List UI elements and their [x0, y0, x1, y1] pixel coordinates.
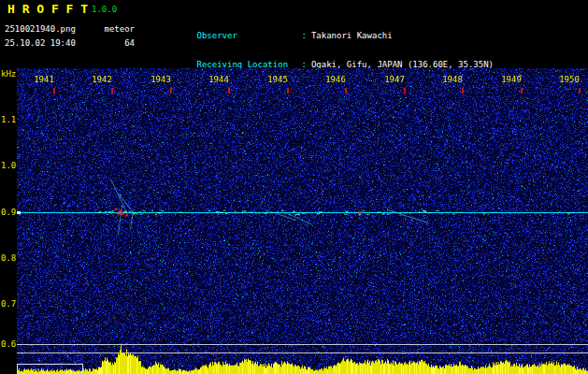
- y-tick-0.7: 0.7: [1, 299, 16, 309]
- info-label: Observer: [197, 31, 302, 41]
- x-tick-1945: 1945: [267, 75, 288, 84]
- x-tick-1944: 1944: [208, 75, 229, 84]
- y-tick-0.6: 0.6: [1, 339, 16, 349]
- info-colon: :: [302, 31, 307, 40]
- x-tick-1946: 1946: [325, 75, 346, 84]
- info-row-location: Receiving Location:Ogaki, Gifu, JAPAN (1…: [166, 50, 494, 60]
- x-tick-1941: 1941: [34, 75, 54, 84]
- info-value: Takanori Kawachi: [311, 31, 393, 40]
- datetime-label: 25.10.02 19:40: [5, 38, 76, 48]
- y-tick-0.8: 0.8: [1, 253, 16, 263]
- x-tick-1949: 1949: [501, 75, 522, 84]
- mode-label: meteor: [104, 24, 135, 34]
- x-tick-1943: 1943: [151, 75, 171, 84]
- info-row-observer: Observer:Takanori Kawachi: [166, 21, 494, 31]
- x-tick-1950: 1950: [559, 75, 580, 84]
- hrofft-window: H R O F F T 1.0.0 2510021940.png meteor …: [0, 0, 588, 374]
- file-row: 2510021940.png meteor: [5, 24, 135, 34]
- y-tick-1.0: 1.0: [1, 161, 16, 170]
- x-tick-1948: 1948: [442, 75, 463, 84]
- x-tick-1947: 1947: [384, 75, 405, 84]
- app-version: 1.0.0: [92, 5, 117, 14]
- output-filename: 2510021940.png: [5, 24, 76, 34]
- y-tick-0.9: 0.9: [1, 208, 16, 217]
- x-tick-1942: 1942: [92, 75, 112, 84]
- y-axis-unit: kHz: [1, 69, 16, 79]
- app-title: H R O F F T: [7, 2, 88, 16]
- date-row: 25.10.02 19:40 64: [5, 38, 135, 48]
- spectrogram-canvas: [17, 68, 588, 374]
- y-tick-1.1: 1.1: [1, 115, 16, 124]
- frame-count: 64: [124, 38, 135, 48]
